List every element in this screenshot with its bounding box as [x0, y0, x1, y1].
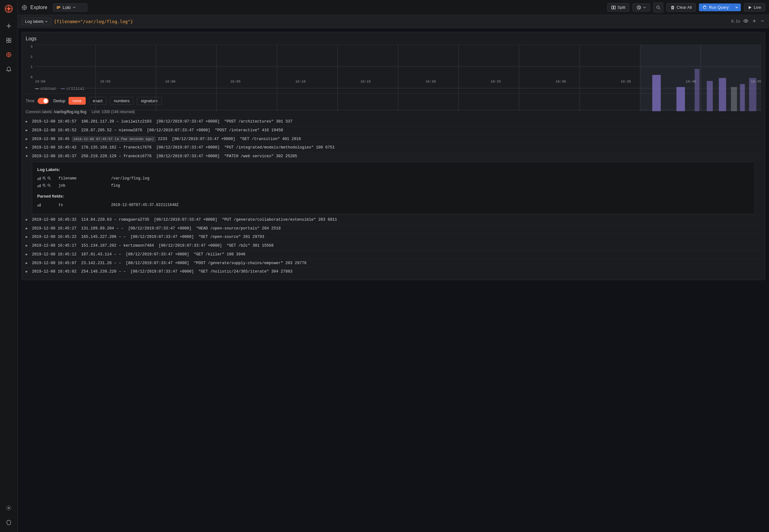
detail-val-job: flog: [111, 183, 120, 188]
detail-key-ts: ts: [58, 203, 108, 207]
parsed-fields-title: Parsed fields:: [37, 194, 750, 198]
zoom-in-icon[interactable]: [42, 176, 46, 181]
grafana-logo[interactable]: [3, 3, 15, 15]
time-range-button[interactable]: [633, 3, 650, 12]
datasource-selector[interactable]: Loki: [53, 3, 87, 12]
row-expander[interactable]: ▶: [26, 234, 32, 240]
log-text: 2019-12-08 16:45 2019-12-08 07:45:57 (a …: [32, 136, 761, 142]
log-row[interactable]: ▶ 2019-12-08 16:45:22 165.145.227.206 – …: [26, 233, 761, 241]
row-expander[interactable]: ▶: [26, 260, 32, 266]
row-expander[interactable]: ▶: [26, 269, 32, 274]
log-row[interactable]: ▶ 2019-12-08 16:45:52 228.87.205.52 – ni…: [26, 126, 761, 135]
detail-key-filename: filename: [58, 176, 108, 181]
run-query-chevron-icon: [735, 6, 738, 9]
log-labels-label: Log labels: [25, 19, 43, 24]
log-row[interactable]: ▶ 2019-12-08 16:45:07 23.142.231.26 – – …: [26, 259, 761, 268]
chart-grid-svg: [35, 45, 761, 111]
log-row[interactable]: ▶ 2019-12-08 16:45:17 151.134.187.202 – …: [26, 241, 761, 250]
bar-chart-icon-ts[interactable]: [37, 203, 41, 208]
log-text: 2019-12-08 16:45:27 131.189.89.204 – – […: [32, 226, 761, 232]
row-expander[interactable]: ▶: [26, 243, 32, 248]
y-label-1: 1: [30, 65, 33, 69]
plus-icon[interactable]: [751, 18, 757, 25]
x-label-1645: 16:45: [751, 80, 761, 85]
svg-rect-26: [57, 8, 59, 9]
y-label-0: 0: [30, 75, 33, 79]
run-query-button[interactable]: Run Query: [699, 3, 732, 11]
refresh-icon: [703, 5, 707, 10]
minus-icon[interactable]: [760, 18, 765, 25]
svg-rect-8: [9, 38, 11, 40]
svg-rect-59: [40, 177, 41, 180]
svg-rect-24: [57, 6, 60, 7]
row-expander[interactable]: ▶: [26, 145, 32, 150]
split-button[interactable]: Split: [607, 3, 630, 12]
x-label-1635: 16:35: [621, 80, 631, 85]
row-expander[interactable]: ▶: [26, 217, 32, 223]
sidebar-item-add[interactable]: [3, 20, 15, 32]
sidebar-item-alerting[interactable]: [3, 63, 15, 75]
remove-query-icon: [760, 19, 765, 23]
sidebar-item-explore[interactable]: [3, 48, 15, 61]
log-row[interactable]: ▶ 2019-12-08 16:45:27 131.189.89.204 – –…: [26, 224, 761, 233]
svg-line-75: [50, 186, 51, 187]
log-text: 2019-12-08 16:45:17 151.134.187.202 – ke…: [32, 243, 761, 249]
run-query-dropdown-button[interactable]: [732, 3, 741, 11]
svg-rect-67: [38, 185, 38, 187]
row-expander[interactable]: ▶: [26, 119, 32, 124]
log-detail: Log Labels:: [32, 162, 755, 214]
chart-area: 3 2 1 0: [26, 45, 761, 85]
log-text: 2019-12-08 16:45:42 170.135.169.162 – fr…: [32, 145, 761, 151]
time-chevron-icon: [643, 6, 646, 9]
clock-icon: [637, 5, 641, 10]
svg-line-65: [50, 179, 51, 180]
log-row-expanded[interactable]: ▼ 2019-12-08 16:45:37 250.219.220.129 – …: [26, 152, 761, 161]
zoom-out-icon[interactable]: [47, 176, 51, 181]
row-expander[interactable]: ▶: [26, 252, 32, 257]
svg-line-31: [659, 8, 660, 9]
svg-rect-28: [614, 6, 616, 9]
detail-val-ts: 2019-12-08T07:45:37.022111648Z: [111, 203, 178, 207]
log-row[interactable]: ▶ 2019-12-08 16:45:42 170.135.169.162 – …: [26, 143, 761, 152]
row-expander-expanded[interactable]: ▼: [26, 153, 32, 159]
bar-chart-icon[interactable]: [37, 176, 41, 181]
log-text: 2019-12-08 16:45:12 187.81.43.114 – – [0…: [32, 252, 761, 258]
svg-line-61: [45, 179, 46, 180]
detail-val-filename: /var/log/flog.log: [111, 176, 149, 181]
eye-icon[interactable]: [743, 18, 749, 25]
logs-panel: Logs 3 2 1 0: [22, 32, 765, 280]
zoom-out-icon-2[interactable]: [47, 183, 51, 188]
log-row[interactable]: ▶ 2019-12-08 16:45:02 254.148.239.220 – …: [26, 267, 761, 276]
row-expander[interactable]: ▶: [26, 136, 32, 142]
sidebar-item-settings[interactable]: [3, 502, 15, 514]
time-toggle[interactable]: [38, 98, 49, 104]
svg-point-30: [657, 6, 659, 8]
clear-all-button[interactable]: Clear All: [666, 3, 696, 12]
row-expander[interactable]: ▶: [26, 128, 32, 133]
x-label-1610: 16:10: [295, 80, 306, 85]
live-label: Live: [754, 5, 761, 10]
main-content: Explore Loki Split: [18, 0, 769, 532]
svg-point-32: [745, 20, 746, 22]
log-row[interactable]: ▶ 2019-12-08 16:45:57 106.201.117.39 – l…: [26, 117, 761, 126]
bar-chart-icon-2[interactable]: [37, 183, 41, 188]
row-expander[interactable]: ▶: [26, 226, 32, 231]
log-row[interactable]: ▶ 2019-12-08 16:45:32 114.84.220.63 – ro…: [26, 215, 761, 224]
sidebar-item-shield[interactable]: [3, 516, 15, 529]
sidebar-item-dashboards[interactable]: [3, 34, 15, 47]
zoom-in-icon-2[interactable]: [42, 183, 46, 188]
svg-rect-54: [731, 87, 737, 111]
log-row[interactable]: ▶ 2019-12-08 16:45:12 187.81.43.114 – – …: [26, 250, 761, 259]
log-labels-button[interactable]: Log labels: [22, 18, 51, 25]
live-button[interactable]: Live: [744, 3, 765, 12]
chart-y-labels: 3 2 1 0: [26, 45, 34, 79]
play-icon: [748, 5, 752, 10]
log-labels-chevron-icon: [45, 20, 48, 23]
query-input[interactable]: {filename="/var/log/flog.log"}: [54, 19, 729, 24]
response-time: 0.1s: [731, 19, 740, 24]
svg-rect-79: [40, 203, 41, 207]
svg-rect-55: [740, 84, 745, 111]
search-button[interactable]: [653, 3, 663, 13]
log-row[interactable]: ▶ 2019-12-08 16:45 2019-12-08 07:45:57 (…: [26, 135, 761, 143]
detail-row-icons: [37, 176, 56, 181]
